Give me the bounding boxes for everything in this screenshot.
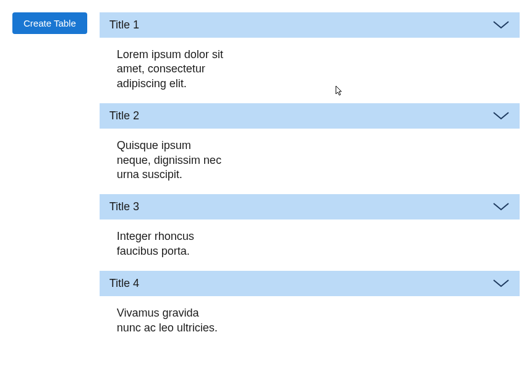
chevron-down-icon: [492, 279, 510, 289]
chevron-down-icon: [492, 202, 510, 212]
accordion-content: Integer rhoncus faucibus porta.: [100, 219, 242, 271]
accordion-item: Title 1 Lorem ipsum dolor sit amet, cons…: [100, 12, 520, 103]
accordion-item: Title 2 Quisque ipsum neque, dignissim n…: [100, 103, 520, 194]
accordion-header-1[interactable]: Title 1: [100, 12, 520, 38]
accordion-content: Vivamus gravida nunc ac leo ultricies.: [100, 296, 242, 347]
create-table-button[interactable]: Create Table: [12, 12, 87, 34]
chevron-down-icon: [492, 20, 510, 30]
accordion-title: Title 3: [109, 200, 139, 213]
accordion-content: Quisque ipsum neque, dignissim nec urna …: [100, 129, 242, 194]
accordion-header-4[interactable]: Title 4: [100, 271, 520, 296]
accordion-title: Title 4: [109, 277, 139, 290]
accordion-header-3[interactable]: Title 3: [100, 194, 520, 219]
accordion-header-2[interactable]: Title 2: [100, 103, 520, 129]
accordion-content: Lorem ipsum dolor sit amet, consectetur …: [100, 38, 242, 103]
chevron-down-icon: [492, 111, 510, 121]
accordion-title: Title 2: [109, 109, 139, 122]
accordion-item: Title 3 Integer rhoncus faucibus porta.: [100, 194, 520, 271]
accordion-title: Title 1: [109, 19, 139, 32]
accordion-container: Title 1 Lorem ipsum dolor sit amet, cons…: [100, 12, 520, 347]
sidebar: Create Table: [12, 12, 87, 347]
accordion-item: Title 4 Vivamus gravida nunc ac leo ultr…: [100, 271, 520, 347]
